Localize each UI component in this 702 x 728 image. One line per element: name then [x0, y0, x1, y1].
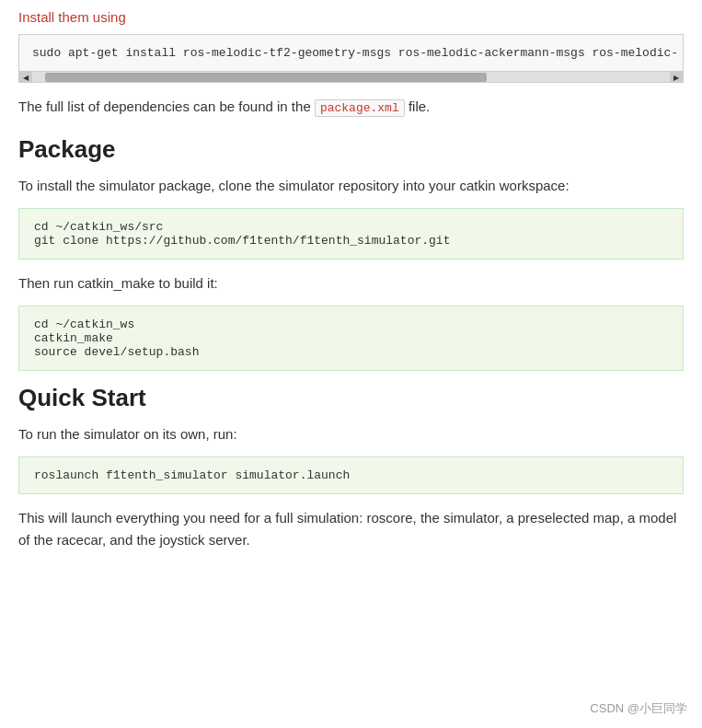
scroll-thumb[interactable] — [45, 73, 487, 82]
clone-code: cd ~/catkin_ws/src git clone https://git… — [34, 220, 668, 248]
run-code-block: roslaunch f1tenth_simulator simulator.la… — [18, 456, 684, 494]
dependency-suffix: file. — [405, 98, 431, 114]
quickstart-intro-text: To run the simulator on its own, run: — [18, 426, 237, 442]
build-code-block: cd ~/catkin_ws catkin_make source devel/… — [18, 306, 684, 371]
scroll-left-arrow[interactable]: ◀ — [19, 72, 32, 83]
package-intro: To install the simulator package, clone … — [18, 175, 684, 197]
scroll-right-arrow[interactable]: ▶ — [670, 72, 683, 83]
quickstart-intro: To run the simulator on its own, run: — [18, 423, 684, 445]
package-heading: Package — [18, 135, 684, 164]
run-code: roslaunch f1tenth_simulator simulator.la… — [34, 468, 668, 482]
intro-label: Install them using — [18, 9, 684, 25]
clone-code-block: cd ~/catkin_ws/src git clone https://git… — [18, 208, 684, 260]
watermark: CSDN @小巨同学 — [590, 700, 687, 717]
then-text-content: Then run catkin_make to build it: — [18, 275, 218, 291]
dependency-text: The full list of dependencies can be fou… — [18, 96, 684, 119]
apt-command-code: sudo apt-get install ros-melodic-tf2-geo… — [19, 35, 683, 71]
horizontal-scrollbar[interactable]: ◀ ▶ — [19, 71, 683, 82]
build-code: cd ~/catkin_ws catkin_make source devel/… — [34, 318, 668, 359]
package-xml-inline: package.xml — [315, 99, 405, 117]
bottom-note: This will launch everything you need for… — [18, 507, 684, 551]
apt-command-block: sudo apt-get install ros-melodic-tf2-geo… — [18, 34, 684, 83]
package-intro-text: To install the simulator package, clone … — [18, 178, 570, 193]
then-text: Then run catkin_make to build it: — [18, 272, 684, 295]
quickstart-heading: Quick Start — [18, 384, 684, 412]
dependency-prefix: The full list of dependencies can be fou… — [18, 98, 315, 114]
